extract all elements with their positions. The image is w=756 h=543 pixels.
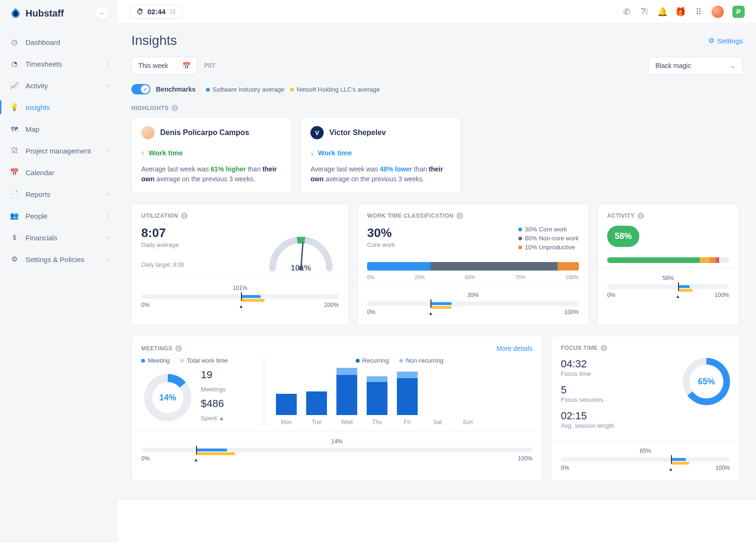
bar-thu: Thu — [367, 376, 387, 425]
highlight-card[interactable]: Denis Policarpo Campos ↑ Work time Avera… — [131, 117, 292, 193]
nav-label: Financials — [26, 234, 58, 242]
reports-icon: 📄 — [9, 189, 19, 199]
highlight-card[interactable]: V Victor Shepelev ↓ Work time Average la… — [301, 117, 461, 193]
work-time-classification-card: WORK TIME CLASSIFICATIONi 30% Core work … — [357, 204, 589, 325]
dot-icon — [290, 88, 294, 92]
apps-grid-icon[interactable]: ⠿ — [694, 7, 703, 17]
meetings-bar-chart: RecurringNon-recurring Mon Tue Wed Thu F… — [264, 357, 533, 426]
timezone-label: PST — [204, 62, 215, 69]
collapse-sidebar-button[interactable]: ← — [95, 7, 109, 20]
org-badge[interactable]: P — [732, 6, 745, 18]
info-icon[interactable]: i — [181, 212, 188, 219]
highlights-label: HIGHLIGHTS i — [131, 105, 743, 111]
benchmarks-toggle[interactable] — [131, 84, 150, 94]
info-icon[interactable]: i — [601, 345, 607, 351]
map-icon: 🗺 — [9, 124, 19, 134]
nav-label: Project management — [26, 147, 91, 155]
person-name: Denis Policarpo Campos — [160, 128, 249, 137]
app-logo[interactable]: Hubstaff — [9, 7, 64, 19]
hubstaff-icon — [9, 7, 22, 19]
stopwatch-icon: ⏱ — [137, 8, 144, 16]
calendar-icon: 📅 — [9, 168, 19, 177]
nav-reports[interactable]: 📄Reports› — [0, 183, 118, 205]
bell-icon[interactable]: 🔔 — [658, 7, 667, 17]
activity-bar — [607, 257, 729, 263]
nav-map[interactable]: 🗺Map — [0, 118, 118, 140]
nav-label: Reports — [26, 190, 51, 198]
nav-dashboard[interactable]: ◷Dashboard — [0, 31, 118, 53]
dot-icon — [399, 359, 403, 363]
bar-wed: Wed — [336, 368, 357, 425]
check-box-icon: ☑ — [9, 146, 19, 155]
dot-icon — [206, 88, 210, 92]
nav-calendar[interactable]: 📅Calendar — [0, 161, 118, 183]
timer-pill[interactable]: ⏱ 02:44 15 — [129, 5, 183, 18]
settings-link[interactable]: ⚙ Settings — [708, 36, 743, 45]
gift-icon[interactable]: 🎁 — [676, 7, 685, 17]
nav-insights[interactable]: 💡Insights — [0, 96, 118, 118]
chevron-right-icon: › — [107, 60, 109, 67]
benchmarks-label: Benchmarks — [156, 85, 196, 93]
nav-label: Dashboard — [26, 38, 60, 46]
chevron-right-icon: › — [107, 234, 109, 241]
page-title: Insights — [131, 33, 177, 48]
gear-icon: ⚙ — [708, 36, 714, 45]
utilization-card: UTILIZATIONi 8:07 Daily average Daily ta… — [131, 204, 349, 325]
clock-icon: ◔ — [9, 59, 19, 68]
benchmark-track: ▲ — [141, 448, 533, 452]
arrow-down-icon: ↓ — [310, 149, 314, 157]
dot-icon — [518, 246, 522, 249]
info-icon[interactable]: i — [172, 105, 178, 111]
info-icon[interactable]: i — [456, 212, 463, 219]
benchmark-value: 30% — [367, 292, 579, 298]
dot-icon — [356, 359, 360, 363]
project-select[interactable]: Black magic ⌄ — [648, 57, 743, 75]
date-range-picker[interactable]: This week 📅 — [131, 57, 198, 75]
nav-activity[interactable]: 📈Activity› — [0, 75, 118, 96]
avatar — [141, 126, 155, 139]
nav-financials[interactable]: ＄Financials› — [0, 227, 118, 248]
gauge-chart: 101% — [263, 226, 339, 273]
help-icon[interactable]: ?⃞ — [640, 7, 649, 17]
dot-icon — [141, 359, 145, 363]
dot-icon — [180, 359, 184, 363]
user-avatar[interactable] — [712, 6, 724, 18]
info-icon[interactable]: i — [175, 345, 182, 352]
activity-value: 58% — [607, 226, 639, 247]
nav-label: Activity — [26, 82, 48, 90]
timer-seconds: 15 — [169, 8, 175, 15]
phone-icon[interactable]: ✆ — [622, 7, 631, 17]
dollar-icon: ＄ — [9, 233, 19, 242]
focus-donut: 65% — [683, 358, 730, 405]
nav-people[interactable]: 👥People› — [0, 205, 118, 227]
sliders-icon: ⚙ — [9, 255, 19, 264]
topbar: ⏱ 02:44 15 ✆ ?⃞ 🔔 🎁 ⠿ P — [118, 0, 756, 24]
arrow-up-icon: ↑ — [141, 149, 145, 157]
nav-label: Map — [26, 125, 39, 133]
dot-icon — [518, 228, 522, 231]
nav-project-management[interactable]: ☑Project management› — [0, 140, 118, 161]
nav-settings-&-policies[interactable]: ⚙Settings & Policies› — [0, 248, 118, 270]
benchmark-track: ▲ — [367, 301, 579, 306]
benchmark-track: ▲ — [561, 457, 730, 462]
main-region: ⏱ 02:44 15 ✆ ?⃞ 🔔 🎁 ⠿ P Insights ⚙ Setti… — [118, 0, 756, 543]
bar-fri: Fri — [397, 372, 418, 425]
activity-card: ACTIVITYi 58% 58% ▲ 0%100% — [597, 204, 739, 325]
calendar-icon: 📅 — [182, 62, 190, 69]
info-icon[interactable]: i — [637, 212, 644, 219]
timer-value: 02:44 — [147, 8, 165, 16]
chevron-down-icon: ⌄ — [730, 62, 736, 69]
metric-change: ↓ Work time — [310, 149, 451, 157]
more-details-link[interactable]: More details — [497, 345, 533, 352]
people-icon: 👥 — [9, 211, 19, 221]
bar-sat: Sat — [427, 415, 448, 425]
nav-label: Timesheets — [26, 60, 62, 68]
nav-timesheets[interactable]: ◔Timesheets› — [0, 53, 118, 75]
warning-icon: ▲ — [219, 415, 225, 422]
benchmark-value: 101% — [141, 285, 339, 291]
metric-change: ↑ Work time — [141, 149, 282, 157]
benchmark-value: 58% — [607, 275, 729, 281]
wtc-legend: 30% Core work60% Non-core work10% Unprod… — [518, 226, 579, 253]
benchmark-value: 14% — [141, 438, 533, 445]
focus-time-card: FOCUS TIMEi 04:32 Focus time 5 Focus ses… — [551, 336, 740, 481]
